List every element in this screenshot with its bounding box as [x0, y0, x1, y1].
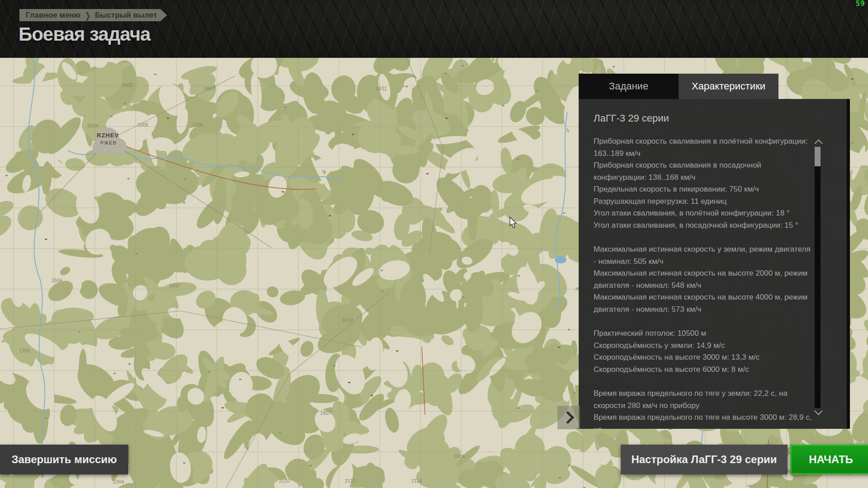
svg-text:1006: 1006: [192, 122, 203, 127]
spec-gap: [594, 375, 815, 388]
svg-text:2110: 2110: [279, 478, 290, 483]
fps-counter: 59: [856, 0, 865, 8]
svg-text:1703: 1703: [19, 348, 30, 353]
chevron-right-icon: ❯: [85, 10, 90, 20]
spec-line: Приборная скорость сваливания в посадочн…: [594, 160, 815, 183]
spec-line: Время виража предельного по тяге на высо…: [594, 412, 815, 429]
panel-next-arrow-button[interactable]: [557, 406, 580, 429]
tab-mission[interactable]: Задание: [579, 74, 679, 99]
svg-text:2114: 2114: [411, 478, 422, 483]
spec-line: Скороподъёмность у земли: 14,9 м/с: [594, 340, 815, 352]
breadcrumb: Главное меню ❯ Быстрый вылет: [19, 9, 167, 21]
spec-line: Время виража предельного по тяге у земли…: [594, 388, 815, 412]
mission-info-panel: Задание Характеристики ЛаГГ-3 29 серии П…: [579, 74, 850, 429]
tab-characteristics[interactable]: Характеристики: [679, 74, 778, 99]
svg-text:1807: 1807: [169, 283, 180, 288]
chevron-right-icon: [561, 411, 574, 424]
quick-mission-screen: RZHEVРЖЕВ0905090709111004100510061504180…: [0, 0, 868, 488]
finish-mission-button[interactable]: Завершить миссию: [0, 445, 128, 474]
spec-gap: [594, 231, 815, 244]
spec-line: Скороподъёмность на высоте 6000 м: 8 м/с: [594, 364, 815, 376]
spec-gap: [594, 315, 815, 328]
svg-text:2112: 2112: [345, 478, 356, 483]
scrollbar-track[interactable]: [815, 147, 821, 408]
spec-line: Скороподъёмность на высоте 3000 м: 13,3 …: [594, 352, 815, 364]
spec-line: Угол атаки сваливания, в посадочной конф…: [594, 220, 815, 232]
spec-line: Разрушающая перегрузка: 11 единиц: [594, 196, 815, 208]
svg-text:2304: 2304: [113, 479, 124, 484]
svg-text:1004: 1004: [87, 123, 98, 128]
svg-text:1504: 1504: [51, 277, 62, 283]
svg-text:РЖЕВ: РЖЕВ: [100, 140, 117, 145]
svg-text:2005: 2005: [454, 454, 465, 459]
scroll-up-icon[interactable]: [814, 139, 822, 147]
aircraft-settings-button[interactable]: Настройка ЛаГГ-3 29 серии: [621, 445, 788, 474]
svg-text:1612: 1612: [342, 317, 353, 323]
panel-tabs: Задание Характеристики: [579, 74, 778, 99]
breadcrumb-quick-mission[interactable]: Быстрый вылет: [95, 11, 157, 20]
characteristics-body: ЛаГГ-3 29 серии Приборная скорость свали…: [579, 99, 850, 429]
svg-text:1005: 1005: [137, 122, 148, 127]
breadcrumb-main-menu[interactable]: Главное меню: [26, 11, 80, 20]
spec-line: Практический потолок: 10500 м: [594, 328, 815, 340]
spec-line: Максимальная истинная скорость на высоте…: [594, 267, 815, 291]
spec-line: Максимальная истинная скорость на высоте…: [594, 291, 815, 315]
spec-line: Приборная скорость сваливания в полётной…: [594, 136, 815, 160]
spec-line: Угол атаки сваливания, в полётной конфиг…: [594, 207, 815, 220]
start-button[interactable]: НАЧАТЬ: [790, 445, 868, 474]
spec-line: Максимальная истинная скорость у земли, …: [594, 244, 815, 267]
svg-text:RZHEV: RZHEV: [97, 132, 119, 139]
page-title: Боевая задача: [19, 23, 150, 45]
spec-list: Приборная скорость сваливания в полётной…: [594, 136, 815, 429]
scroll-down-icon[interactable]: [814, 407, 822, 415]
header-bar: Главное меню ❯ Быстрый вылет Боевая зада…: [0, 0, 868, 58]
svg-text:0905: 0905: [122, 82, 133, 88]
svg-text:0907: 0907: [204, 86, 215, 91]
svg-text:0911: 0911: [376, 86, 387, 91]
svg-text:1907: 1907: [320, 410, 331, 416]
spec-line: Предельная скорость в пикировании: 750 к…: [594, 183, 815, 196]
scrollbar-thumb[interactable]: [815, 147, 821, 166]
aircraft-title: ЛаГГ-3 29 серии: [594, 113, 847, 124]
